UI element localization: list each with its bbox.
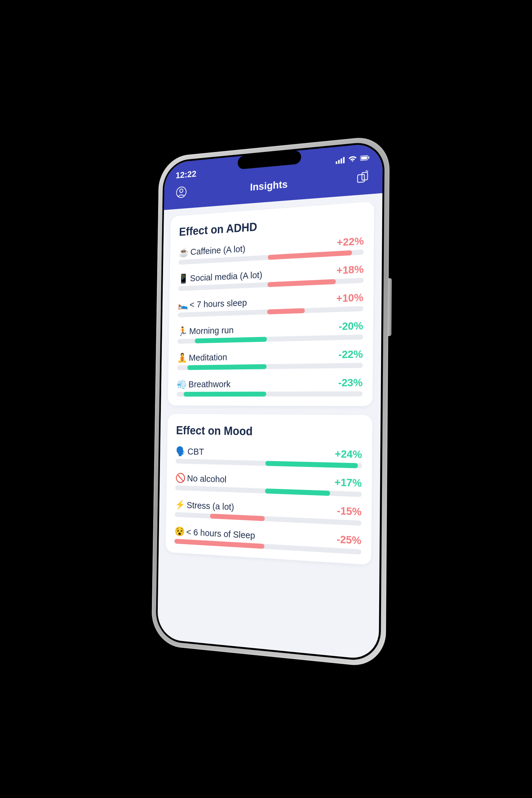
insight-row[interactable]: 🏃Morning run-20%: [177, 319, 363, 344]
row-label-text: Social media (A lot): [190, 270, 263, 284]
effect-bar-fill: [265, 489, 330, 496]
insight-row[interactable]: 📱Social media (A lot)+18%: [178, 263, 364, 291]
row-label: 😵< 6 hours of Sleep: [174, 526, 255, 541]
row-value: -23%: [338, 376, 362, 389]
effect-bar-fill: [194, 337, 267, 343]
row-label-text: Breathwork: [188, 379, 231, 390]
insight-row[interactable]: ☕Caffeine (A lot)+22%: [178, 235, 364, 265]
content-area: Effect on ADHD☕Caffeine (A lot)+22%📱Soci…: [157, 193, 382, 660]
svg-rect-5: [361, 156, 367, 160]
insight-row[interactable]: 😵< 6 hours of Sleep-25%: [174, 525, 361, 555]
row-label: ⚡Stress (a lot): [175, 499, 234, 512]
row-emoji-icon: 🛌: [178, 300, 188, 310]
row-value: +17%: [335, 476, 362, 489]
effect-bar-fill: [267, 279, 336, 287]
insight-row[interactable]: 🗣️CBT+24%: [175, 445, 362, 469]
row-label-text: CBT: [187, 446, 204, 457]
effect-bar-fill: [265, 461, 358, 468]
status-time: 12:22: [175, 169, 196, 180]
svg-rect-1: [338, 160, 340, 164]
svg-rect-3: [343, 157, 344, 164]
row-emoji-icon: 💨: [177, 379, 187, 390]
row-label-text: Meditation: [189, 352, 227, 363]
row-value: +22%: [337, 235, 364, 249]
row-value: +10%: [336, 291, 363, 304]
row-emoji-icon: 📱: [178, 273, 188, 284]
row-value: -15%: [337, 504, 361, 518]
row-label-text: Caffeine (A lot): [190, 243, 245, 257]
row-label-text: Stress (a lot): [187, 500, 234, 512]
insight-row[interactable]: ⚡Stress (a lot)-15%: [175, 498, 362, 526]
svg-rect-2: [341, 158, 342, 164]
svg-point-8: [179, 189, 183, 193]
row-label-text: No alcohol: [187, 473, 226, 484]
effect-bar: [177, 363, 363, 370]
row-emoji-icon: 🚫: [175, 473, 185, 483]
devices-icon[interactable]: [355, 170, 369, 186]
effect-bar-fill: [210, 514, 265, 521]
card-title: Effect on Mood: [176, 424, 362, 440]
battery-icon: [360, 153, 369, 164]
row-label: 🏃Morning run: [177, 325, 233, 337]
insight-card: Effect on Mood🗣️CBT+24%🚫No alcohol+17%⚡S…: [166, 414, 373, 565]
row-value: +24%: [335, 448, 362, 460]
screen: 12:22: [157, 142, 383, 660]
effect-bar-fill: [187, 364, 266, 370]
row-emoji-icon: 🏃: [177, 326, 187, 337]
row-value: -22%: [338, 348, 363, 360]
phone-frame: 12:22: [151, 135, 390, 668]
card-title: Effect on ADHD: [179, 213, 364, 239]
svg-rect-6: [368, 156, 369, 158]
row-label: 🗣️CBT: [176, 446, 204, 457]
row-emoji-icon: ⚡: [175, 499, 185, 510]
row-emoji-icon: ☕: [178, 247, 189, 258]
row-label: ☕Caffeine (A lot): [178, 243, 245, 258]
insight-row[interactable]: 🛌< 7 hours sleep+10%: [177, 291, 363, 318]
profile-icon[interactable]: [175, 185, 187, 201]
row-value: -25%: [337, 533, 361, 547]
insight-row[interactable]: 🧘Meditation-22%: [177, 348, 363, 370]
row-label-text: Morning run: [189, 325, 233, 336]
row-label-text: < 6 hours of Sleep: [186, 527, 255, 541]
row-emoji-icon: 🗣️: [176, 446, 186, 457]
effect-bar-fill: [184, 392, 266, 397]
effect-bar-fill: [267, 308, 305, 315]
svg-rect-9: [358, 174, 364, 183]
row-label: 🚫No alcohol: [175, 473, 226, 485]
row-label: 💨Breathwork: [177, 379, 230, 390]
row-label-text: < 7 hours sleep: [189, 298, 247, 310]
insight-row[interactable]: 💨Breathwork-23%: [176, 376, 362, 397]
effect-bar: [175, 459, 362, 468]
row-value: -20%: [338, 319, 363, 332]
row-value: +18%: [336, 263, 363, 277]
cellular-icon: [336, 155, 345, 166]
row-label: 🛌< 7 hours sleep: [178, 297, 247, 310]
side-power-button: [388, 278, 392, 336]
wifi-icon: [348, 153, 357, 165]
row-label: 🧘Meditation: [177, 352, 227, 363]
svg-rect-0: [336, 162, 337, 164]
insight-card: Effect on ADHD☕Caffeine (A lot)+22%📱Soci…: [168, 201, 374, 406]
row-label: 📱Social media (A lot): [178, 269, 262, 284]
row-emoji-icon: 😵: [174, 526, 185, 537]
effect-bar: [176, 391, 362, 397]
insight-row[interactable]: 🚫No alcohol+17%: [175, 471, 362, 497]
row-emoji-icon: 🧘: [177, 353, 187, 363]
